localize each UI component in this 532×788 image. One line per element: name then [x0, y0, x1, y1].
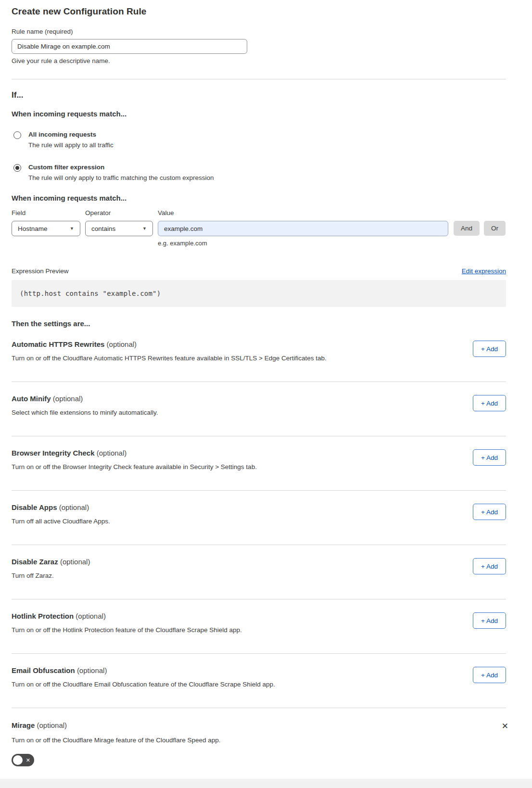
footer-strip	[0, 779, 532, 788]
expression-preview-code: (http.host contains "example.com")	[12, 280, 506, 307]
setting-title: Auto Minify (optional)	[12, 394, 158, 403]
mirage-toggle[interactable]: ✕	[12, 754, 34, 766]
radio-label: All incoming requests	[28, 131, 114, 138]
page-title: Create new Configuration Rule	[12, 0, 506, 17]
radio-label: Custom filter expression	[28, 164, 214, 171]
add-button[interactable]: + Add	[473, 395, 506, 411]
field-label: Field	[12, 209, 80, 216]
add-button[interactable]: + Add	[473, 341, 506, 357]
setting-row: Browser Integrity Check (optional) Turn …	[12, 436, 506, 491]
setting-description: Select which file extensions to minify a…	[12, 409, 158, 416]
radio-custom-filter-expression[interactable]: Custom filter expression The rule will o…	[12, 164, 506, 181]
setting-title: Email Obfuscation (optional)	[12, 666, 275, 674]
setting-title: Browser Integrity Check (optional)	[12, 449, 257, 457]
setting-description: Turn on or off the Cloudflare Email Obfu…	[12, 681, 275, 688]
setting-row: Disable Zaraz (optional) Turn off Zaraz.…	[12, 545, 506, 599]
match-heading: When incoming requests match...	[12, 110, 506, 118]
rule-name-input[interactable]	[12, 39, 247, 54]
toggle-knob	[13, 755, 23, 765]
or-button[interactable]: Or	[484, 221, 506, 236]
mirage-title: Mirage (optional)	[12, 721, 67, 729]
chevron-down-icon: ▼	[142, 226, 147, 231]
operator-select-value: contains	[91, 225, 115, 232]
setting-optional-label: (optional)	[59, 503, 89, 511]
builder-heading: When incoming requests match...	[12, 194, 506, 202]
radio-button-unselected[interactable]	[13, 131, 21, 139]
operator-select[interactable]: contains ▼	[85, 221, 153, 236]
setting-description: Turn on or off the Browser Integrity Che…	[12, 463, 257, 470]
add-button[interactable]: + Add	[473, 449, 506, 466]
settings-list: Automatic HTTPS Rewrites (optional) Turn…	[12, 328, 506, 708]
setting-optional-label: (optional)	[77, 666, 107, 674]
setting-optional-label: (optional)	[53, 394, 83, 403]
add-button[interactable]: + Add	[473, 612, 506, 629]
setting-description: Turn on or off the Hotlink Protection fe…	[12, 626, 242, 634]
radio-button-selected[interactable]	[13, 164, 21, 172]
field-select[interactable]: Hostname ▼	[12, 221, 80, 236]
edit-expression-link[interactable]: Edit expression	[462, 267, 506, 275]
section-divider	[12, 79, 506, 79]
add-button[interactable]: + Add	[473, 558, 506, 574]
setting-row: Automatic HTTPS Rewrites (optional) Turn…	[12, 328, 506, 382]
setting-optional-label: (optional)	[107, 340, 137, 348]
setting-description: Turn on or off the Cloudflare Automatic …	[12, 355, 327, 362]
rule-name-label: Rule name (required)	[12, 28, 506, 35]
value-label: Value	[158, 209, 448, 216]
value-input[interactable]	[158, 221, 448, 236]
setting-title: Disable Zaraz (optional)	[12, 558, 90, 566]
setting-title: Hotlink Protection (optional)	[12, 612, 242, 620]
mirage-optional-label: (optional)	[37, 721, 67, 729]
setting-title: Disable Apps (optional)	[12, 503, 110, 511]
setting-row: Auto Minify (optional) Select which file…	[12, 382, 506, 436]
and-button[interactable]: And	[454, 221, 480, 236]
expression-preview-label: Expression Preview	[12, 267, 69, 275]
operator-label: Operator	[85, 209, 153, 216]
setting-description: Turn off all active Cloudflare Apps.	[12, 518, 110, 525]
field-select-value: Hostname	[18, 225, 48, 232]
radio-description: The rule will only apply to traffic matc…	[28, 174, 214, 181]
setting-row: Hotlink Protection (optional) Turn on or…	[12, 599, 506, 654]
setting-row: Email Obfuscation (optional) Turn on or …	[12, 654, 506, 708]
radio-description: The rule will apply to all traffic	[28, 141, 114, 149]
toggle-off-x-icon: ✕	[26, 758, 30, 763]
rule-name-help: Give your rule a descriptive name.	[12, 57, 506, 64]
add-button[interactable]: + Add	[473, 504, 506, 520]
expression-builder: When incoming requests match... Field Ho…	[12, 194, 506, 247]
if-heading: If...	[12, 90, 506, 100]
radio-all-incoming-requests[interactable]: All incoming requests The rule will appl…	[12, 131, 506, 149]
setting-optional-label: (optional)	[76, 612, 106, 620]
setting-description: Turn off Zaraz.	[12, 572, 90, 579]
chevron-down-icon: ▼	[70, 226, 74, 231]
setting-title: Automatic HTTPS Rewrites (optional)	[12, 340, 327, 348]
mirage-setting: Mirage (optional) ✕ Turn on or off the C…	[12, 708, 506, 768]
close-icon[interactable]: ✕	[502, 722, 508, 730]
setting-row: Disable Apps (optional) Turn off all act…	[12, 491, 506, 545]
mirage-description: Turn on or off the Cloudflare Mirage fea…	[12, 737, 425, 744]
configuration-rule-form: Create new Configuration Rule Rule name …	[0, 0, 532, 768]
settings-heading: Then the settings are...	[12, 319, 506, 328]
add-button[interactable]: + Add	[473, 667, 506, 683]
setting-optional-label: (optional)	[60, 558, 90, 566]
setting-optional-label: (optional)	[97, 449, 127, 457]
value-help: e.g. example.com	[158, 240, 506, 247]
